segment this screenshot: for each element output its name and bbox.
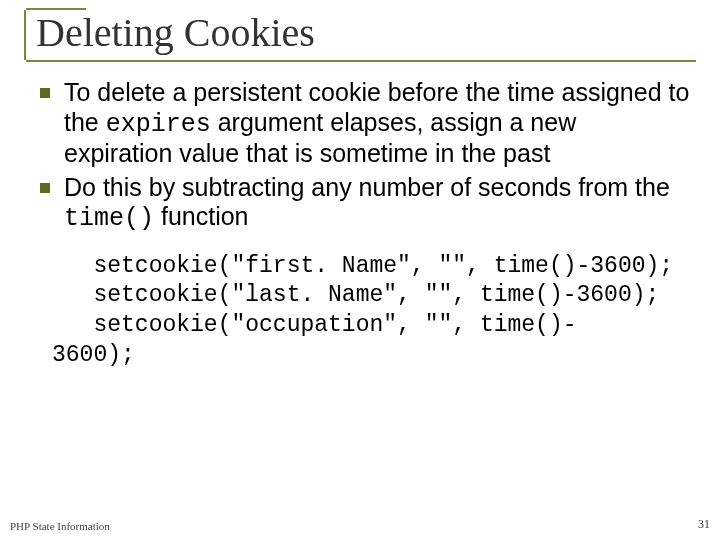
bullet-text-pre: Do this by subtracting any number of sec… [64,173,670,201]
title-rule-bottom [26,60,696,62]
bullet-text-post: function [154,202,249,230]
footer-left: PHP State Information [10,520,110,532]
code-line: setcookie("first. Name", "", time()-3600… [52,253,673,279]
code-block: setcookie("first. Name", "", time()-3600… [36,252,690,372]
bullet-text-code: time() [64,204,154,233]
slide-title: Deleting Cookies [24,10,696,60]
code-line: 3600); [52,342,135,368]
bullet-item: Do this by subtracting any number of sec… [36,173,690,234]
code-line: setcookie("last. Name", "", time()-3600)… [52,282,659,308]
slide-body: To delete a persistent cookie before the… [36,78,690,371]
bullet-text-code: expires [106,110,211,139]
title-block: Deleting Cookies [24,8,696,62]
page-number: 31 [698,517,710,532]
slide: Deleting Cookies To delete a persistent … [0,0,720,540]
bullet-item: To delete a persistent cookie before the… [36,78,690,169]
bullet-list: To delete a persistent cookie before the… [36,78,690,234]
code-line: setcookie("occupation", "", time()- [52,312,577,338]
